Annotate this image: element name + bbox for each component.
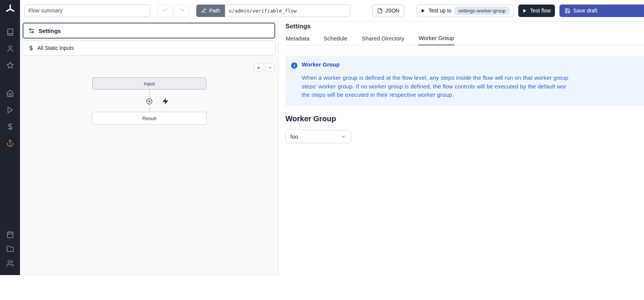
play-icon (522, 8, 527, 13)
sidebar-item-home[interactable] (5, 88, 15, 99)
sidebar-item-folders[interactable] (5, 244, 15, 254)
zoom-in-button[interactable]: + (254, 63, 263, 72)
info-text-line: steps' worker group. If no worker group … (302, 82, 568, 91)
sidebar-item-runs[interactable] (5, 105, 15, 115)
json-file-icon (377, 8, 383, 14)
redo-button[interactable]: ↷ (174, 5, 189, 17)
windmill-logo[interactable] (5, 3, 16, 15)
anchor-icon (6, 139, 14, 147)
sidebar-mid-nav (5, 85, 15, 152)
settings-panel: Settings Metadata Schedule Shared Direct… (279, 22, 644, 275)
home-icon (6, 90, 14, 97)
pencil-icon (201, 8, 206, 13)
sidebar-item-variables[interactable] (5, 121, 15, 132)
worker-group-info-banner: i Worker Group When a worker group is de… (285, 56, 644, 106)
info-text-line: the steps will be executed in their resp… (302, 91, 568, 99)
input-node[interactable]: Input (92, 77, 206, 90)
topbar: ↶ ↷ Path JSON Test up to settings-worker… (20, 0, 644, 22)
tab-metadata[interactable]: Metadata (285, 35, 310, 45)
chevron-down-icon (340, 134, 346, 139)
users-icon (6, 260, 14, 267)
path-input[interactable] (225, 5, 350, 17)
undo-button[interactable]: ↶ (158, 5, 173, 17)
flow-settings-label: Settings (39, 28, 61, 34)
info-banner-title: Worker Group (302, 62, 568, 67)
dollar-icon (6, 123, 14, 130)
main-area: ↶ ↷ Path JSON Test up to settings-worker… (20, 0, 644, 275)
flow-settings-box[interactable]: Settings (23, 23, 275, 39)
undo-icon: ↶ (163, 7, 168, 15)
book-icon (6, 28, 14, 36)
star-icon (6, 62, 14, 69)
play-icon (6, 106, 14, 114)
windmill-logo-icon (5, 3, 16, 15)
worker-group-select[interactable]: foo (285, 130, 351, 143)
settings-tabs: Metadata Schedule Shared Directory Worke… (285, 35, 644, 45)
save-icon (565, 8, 570, 14)
json-button-label: JSON (385, 8, 399, 14)
path-button-label: Path (209, 8, 220, 14)
all-static-inputs-label: All Static Inputs (37, 45, 74, 51)
save-draft-label: Save draft (573, 8, 598, 14)
sidebar-item-groups[interactable] (5, 258, 15, 269)
app: ↶ ↷ Path JSON Test up to settings-worker… (0, 0, 644, 275)
worker-group-section-title: Worker Group (285, 114, 644, 123)
path-button[interactable]: Path (196, 5, 225, 17)
test-up-to-button[interactable]: Test up to settings-worker-group (416, 5, 513, 17)
worker-group-selected-value: foo (290, 133, 298, 140)
trigger-button[interactable] (162, 98, 169, 105)
play-icon (421, 8, 425, 13)
json-button[interactable]: JSON (372, 5, 404, 17)
sidebar-item-star[interactable] (5, 60, 15, 71)
redo-icon: ↷ (179, 7, 184, 15)
save-draft-button[interactable]: Save draft (559, 5, 644, 17)
path-group: Path (196, 5, 350, 17)
sidebar-item-book[interactable] (5, 27, 15, 37)
settings-panel-title: Settings (285, 23, 644, 29)
content: Settings All Static Inputs + − Input (20, 22, 644, 275)
info-icon: i (291, 62, 297, 69)
result-node[interactable]: Result (92, 112, 206, 125)
test-flow-label: Test flow (530, 8, 550, 14)
zap-icon (162, 98, 169, 105)
sidebar-item-resources[interactable] (5, 138, 15, 148)
test-flow-button[interactable]: Test flow (518, 5, 555, 17)
folder-icon (6, 245, 14, 253)
sidebar-bottom-nav (5, 227, 15, 271)
add-step-button[interactable] (146, 98, 153, 105)
input-node-label: Input (144, 81, 155, 87)
tab-schedule[interactable]: Schedule (324, 35, 348, 45)
dollar-icon (28, 45, 34, 51)
test-up-to-target-badge: settings-worker-group (454, 6, 510, 15)
tab-shared-directory[interactable]: Shared Directory (361, 35, 405, 45)
sidebar-item-schedules[interactable] (5, 229, 15, 240)
sidebar-item-user[interactable] (5, 43, 15, 54)
zoom-out-button[interactable]: − (265, 63, 274, 72)
result-node-label: Result (142, 116, 156, 121)
all-static-inputs-box[interactable]: All Static Inputs (23, 40, 275, 56)
plus-circle-icon (146, 98, 153, 105)
info-content: Worker Group When a worker group is defi… (302, 62, 568, 99)
sliders-icon (28, 28, 35, 34)
flow-editor-panel: Settings All Static Inputs + − Input (20, 22, 279, 275)
user-icon (6, 45, 14, 53)
tab-worker-group[interactable]: Worker Group (418, 35, 454, 45)
flow-summary-input[interactable] (24, 5, 150, 17)
sidebar-top-nav (5, 24, 15, 74)
calendar-icon (6, 231, 14, 238)
sidebar (0, 0, 20, 275)
test-up-to-label: Test up to (428, 8, 451, 14)
info-text-line: When a worker group is defined at the fl… (302, 74, 568, 82)
